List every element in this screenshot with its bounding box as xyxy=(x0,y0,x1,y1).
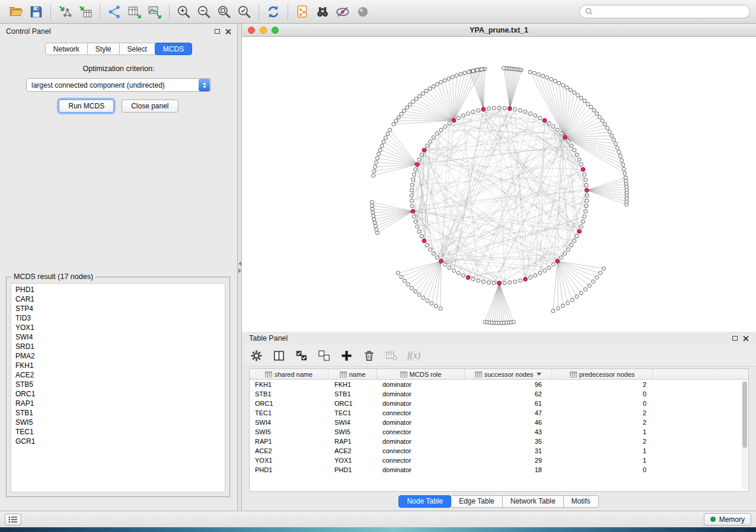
mcds-result-item[interactable]: TEC1 xyxy=(11,427,225,437)
clone-network-button[interactable] xyxy=(292,2,312,21)
binoculars-icon xyxy=(315,4,330,20)
mcds-result-item[interactable]: SWI4 xyxy=(11,332,225,342)
tab-motifs[interactable]: Motifs xyxy=(564,495,599,508)
mcds-result-item[interactable]: PHD1 xyxy=(11,285,225,294)
tab-node-table[interactable]: Node Table xyxy=(398,495,451,508)
node-table: shared namenameMCDS rolesuccessor nodesp… xyxy=(249,368,749,492)
table-row[interactable]: ACE2ACE2connector311 xyxy=(250,446,748,456)
column-header-shared-name[interactable]: shared name xyxy=(250,369,328,379)
mcds-result-item[interactable]: GCR1 xyxy=(11,437,225,446)
table-cell: SWI5 xyxy=(328,427,377,437)
collapse-right-icon[interactable] xyxy=(238,268,241,273)
open-session-button[interactable] xyxy=(6,2,26,21)
tab-network[interactable]: Network xyxy=(45,43,88,55)
mcds-result-item[interactable]: TID3 xyxy=(11,313,225,323)
table-cell: 61 xyxy=(465,399,552,408)
mcds-result-item[interactable]: ORC1 xyxy=(11,389,225,399)
mcds-result-item[interactable]: ACE2 xyxy=(11,370,225,380)
select-all-button[interactable] xyxy=(292,347,311,364)
search-box[interactable] xyxy=(579,5,750,18)
mcds-result-item[interactable]: SWI5 xyxy=(11,418,225,427)
network-window-titlebar[interactable]: YPA_prune.txt_1 xyxy=(242,24,756,37)
save-session-button[interactable] xyxy=(26,2,46,21)
zoom-out-button[interactable] xyxy=(194,2,214,21)
import-network-button[interactable] xyxy=(55,2,75,21)
find-button[interactable] xyxy=(312,2,333,21)
table-row[interactable]: ORC1ORC1dominator610 xyxy=(250,399,748,408)
table-scrollbar[interactable] xyxy=(742,380,748,490)
export-network-button[interactable] xyxy=(104,2,125,21)
close-window-icon[interactable] xyxy=(248,27,255,34)
table-cell-filler xyxy=(653,456,748,465)
table-cell: ORC1 xyxy=(250,399,328,408)
maximize-window-icon[interactable] xyxy=(272,27,279,34)
column-header-successor-nodes[interactable]: successor nodes xyxy=(465,369,552,379)
tab-mcds[interactable]: MCDS xyxy=(155,43,192,55)
table-scrollbar-thumb[interactable] xyxy=(742,382,747,448)
close-panel-icon[interactable] xyxy=(225,28,231,35)
table-mini-grid-icon xyxy=(475,371,482,377)
network-canvas[interactable] xyxy=(242,37,756,332)
close-panel-button[interactable]: Close panel xyxy=(122,100,178,113)
mcds-result-item[interactable]: STB5 xyxy=(11,380,225,389)
table-cell: 18 xyxy=(465,465,552,475)
float-table-panel-icon[interactable] xyxy=(732,336,738,341)
export-network-icon xyxy=(107,4,122,20)
column-header-mcds-role[interactable]: MCDS role xyxy=(377,369,465,379)
export-table-button[interactable] xyxy=(125,2,145,21)
table-row[interactable]: STB1STB1dominator620 xyxy=(250,389,748,399)
table-cell: PHD1 xyxy=(250,465,328,475)
tab-style[interactable]: Style xyxy=(88,43,120,55)
tab-edge-table[interactable]: Edge Table xyxy=(451,495,503,508)
minimize-window-icon[interactable] xyxy=(260,27,267,34)
table-row[interactable]: FKH1FKH1dominator962 xyxy=(250,380,748,389)
tab-select[interactable]: Select xyxy=(120,43,155,55)
mcds-result-list[interactable]: PHD1CAR1STP4TID3YOX1SWI4SRD1PMA2FKH1ACE2… xyxy=(11,283,225,492)
optimization-criterion-dropdown[interactable]: largest connected component (undirected) xyxy=(26,78,211,92)
hide-selected-button[interactable] xyxy=(333,2,353,21)
show-all-button[interactable] xyxy=(353,2,373,21)
task-history-button[interactable] xyxy=(5,514,21,525)
table-row[interactable]: PHD1PHD1dominator180 xyxy=(250,465,748,475)
close-table-panel-icon[interactable] xyxy=(742,335,749,342)
table-cell: 29 xyxy=(465,456,552,465)
mcds-result-item[interactable]: RAP1 xyxy=(11,399,225,408)
table-cell: dominator xyxy=(377,437,465,446)
tab-network-table[interactable]: Network Table xyxy=(503,495,564,508)
add-column-button[interactable] xyxy=(337,347,356,364)
export-image-button[interactable] xyxy=(145,2,165,21)
panel-splitter[interactable] xyxy=(237,24,242,511)
float-panel-icon[interactable] xyxy=(215,29,220,34)
collapse-left-icon[interactable] xyxy=(238,261,241,266)
zoom-fit-button[interactable] xyxy=(214,2,234,21)
mcds-result-item[interactable]: CAR1 xyxy=(11,294,225,304)
table-row[interactable]: YOX1YOX1connector291 xyxy=(250,456,748,465)
right-column: YPA_prune.txt_1 Table Panel f(x) sh xyxy=(242,24,756,511)
mcds-result-item[interactable]: STP4 xyxy=(11,304,225,313)
run-mcds-button[interactable]: Run MCDS xyxy=(59,100,114,113)
show-columns-button[interactable] xyxy=(269,347,288,364)
mcds-result-item[interactable]: PMA2 xyxy=(11,351,225,361)
mcds-result-item[interactable]: STB1 xyxy=(11,408,225,418)
zoom-fit-icon xyxy=(216,4,232,20)
table-row[interactable]: SWI5SWI5connector431 xyxy=(250,427,748,437)
table-row[interactable]: TEC1TEC1connector472 xyxy=(250,408,748,418)
table-row[interactable]: SWI4SWI4dominator462 xyxy=(250,418,748,427)
refresh-layout-button[interactable] xyxy=(263,2,283,21)
table-cell: 2 xyxy=(552,437,653,446)
deselect-all-button[interactable] xyxy=(314,347,333,364)
mcds-result-item[interactable]: FKH1 xyxy=(11,361,225,370)
delete-column-button[interactable] xyxy=(359,347,378,364)
table-settings-button[interactable] xyxy=(247,347,266,364)
table-row[interactable]: RAP1RAP1dominator352 xyxy=(250,437,748,446)
mcds-result-item[interactable]: SRD1 xyxy=(11,342,225,351)
zoom-in-button[interactable] xyxy=(174,2,194,21)
memory-button[interactable]: Memory xyxy=(704,513,751,525)
import-table-button[interactable] xyxy=(75,2,95,21)
table-cell-filler xyxy=(653,437,748,446)
mcds-result-item[interactable]: YOX1 xyxy=(11,323,225,332)
column-header-predecessor-nodes[interactable]: predecessor nodes xyxy=(552,369,653,379)
search-input[interactable] xyxy=(596,8,745,16)
column-header-name[interactable]: name xyxy=(328,369,377,379)
zoom-selected-button[interactable] xyxy=(234,2,254,21)
